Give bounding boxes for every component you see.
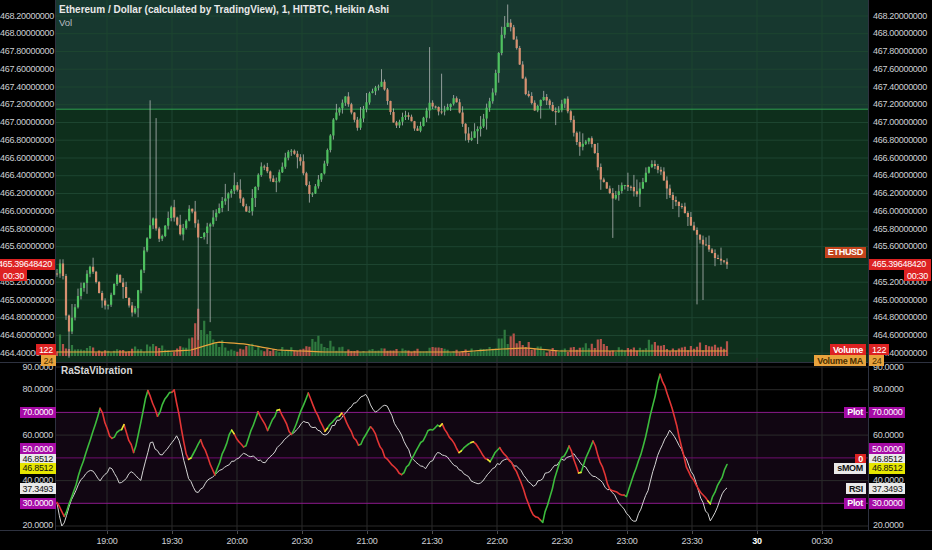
time-tick	[757, 531, 758, 534]
time-label: 22:30	[542, 536, 582, 547]
time-tick	[172, 531, 173, 534]
main-chart-canvas[interactable]	[56, 0, 868, 362]
price-label-left: 467.20000000	[0, 99, 53, 110]
volume-ma-value-badge-right: 24	[869, 355, 884, 366]
time-label: 21:30	[412, 536, 452, 547]
time-label: 00:30	[802, 536, 842, 547]
countdown-badge-right: 00:30	[904, 270, 931, 281]
price-label-left: 467.40000000	[0, 82, 53, 93]
time-label: 21:00	[347, 536, 387, 547]
countdown-badge-left: 00:30	[0, 270, 27, 281]
time-label: 23:00	[607, 536, 647, 547]
price-label-left: 465.80000000	[0, 224, 53, 235]
price-label-left: 467.60000000	[0, 64, 53, 75]
panel-separator	[0, 362, 932, 363]
price-label-right: 465.00000000	[873, 295, 931, 306]
indicator-value-badge-right-rsi: 37.3493	[869, 483, 905, 494]
indicator-label-left: 20.0000	[0, 520, 53, 531]
volume-value-badge-right: 122	[869, 344, 889, 355]
price-label-left: 465.60000000	[0, 241, 53, 252]
indicator-label-right: 20.0000	[873, 520, 931, 531]
indicator-tag-plot: Plot	[844, 407, 866, 418]
price-label-left: 466.60000000	[0, 153, 53, 164]
price-label-right: 467.60000000	[873, 64, 931, 75]
price-label-right: 465.80000000	[873, 224, 931, 235]
price-label-right: 467.00000000	[873, 117, 931, 128]
time-label: 20:30	[282, 536, 322, 547]
time-tick	[822, 531, 823, 534]
last-price-badge-right: 465.39648420	[869, 259, 931, 270]
time-tick	[237, 531, 238, 534]
price-label-right: 466.00000000	[873, 206, 931, 217]
price-label-right: 465.60000000	[873, 241, 931, 252]
time-tick	[627, 531, 628, 534]
price-label-left: 468.20000000	[0, 11, 53, 22]
price-label-right: 467.40000000	[873, 82, 931, 93]
tradingview-chart-window: Ethereum / Dollar (calculated by Trading…	[0, 0, 932, 550]
symbol-name-tag: ETHUSD	[825, 247, 866, 258]
indicator-value-badge-right-plot: 30.0000	[869, 498, 905, 509]
time-label: 19:00	[87, 536, 127, 547]
volume-ma-value-badge-left: 24	[41, 355, 56, 366]
price-label-right: 464.60000000	[873, 330, 931, 341]
price-label-left: 466.80000000	[0, 135, 53, 146]
indicator-canvas[interactable]	[56, 358, 868, 530]
time-tick	[562, 531, 563, 534]
time-axis-separator	[0, 530, 932, 531]
time-label: 30	[737, 536, 777, 547]
price-label-left: 464.60000000	[0, 330, 53, 341]
price-label-left: 466.20000000	[0, 188, 53, 199]
indicator-label-right: 80.0000	[873, 384, 931, 395]
price-label-left: 465.00000000	[0, 295, 53, 306]
time-tick	[107, 531, 108, 534]
time-label: 23:30	[672, 536, 712, 547]
price-label-left: 467.00000000	[0, 117, 53, 128]
price-label-right: 466.60000000	[873, 153, 931, 164]
indicator-value-badge-left-smom: 46.8512	[20, 463, 56, 474]
indicator-tag-plot: Plot	[844, 498, 866, 509]
price-label-right: 467.80000000	[873, 46, 931, 57]
indicator-label-left: 60.0000	[0, 430, 53, 441]
indicator-label-left: 80.0000	[0, 384, 53, 395]
price-label-right: 466.40000000	[873, 170, 931, 181]
volume-name-tag: Volume	[830, 344, 866, 355]
indicator-value-badge-right-plot: 70.0000	[869, 407, 905, 418]
time-tick	[692, 531, 693, 534]
symbol-legend[interactable]: Ethereum / Dollar (calculated by Trading…	[59, 4, 389, 16]
time-axis[interactable]	[0, 531, 932, 550]
time-tick	[432, 531, 433, 534]
volume-legend[interactable]: Vol	[59, 17, 72, 29]
price-label-right: 468.00000000	[873, 28, 931, 39]
price-label-left: 464.80000000	[0, 312, 53, 323]
price-label-left: 468.00000000	[0, 28, 53, 39]
last-price-badge-left: 465.39648420	[0, 259, 55, 270]
indicator-label-right: 60.0000	[873, 430, 931, 441]
price-label-right: 468.20000000	[873, 11, 931, 22]
volume-value-badge-left: 122	[36, 344, 56, 355]
time-label: 20:00	[217, 536, 257, 547]
price-label-right: 464.80000000	[873, 312, 931, 323]
indicator-legend[interactable]: RaStaVibration	[61, 365, 133, 377]
volume-ma-name-tag: Volume MA	[814, 355, 866, 366]
price-label-left: 467.80000000	[0, 46, 53, 57]
price-label-right: 466.20000000	[873, 188, 931, 199]
indicator-tag-smom: sMOM	[834, 463, 866, 474]
indicator-tag-rsi: RSI	[846, 483, 866, 494]
time-label: 22:00	[477, 536, 517, 547]
time-label: 19:30	[152, 536, 192, 547]
time-tick	[367, 531, 368, 534]
price-label-left: 466.00000000	[0, 206, 53, 217]
indicator-value-badge-left-plot: 30.0000	[20, 498, 56, 509]
price-label-left: 466.40000000	[0, 170, 53, 181]
time-tick	[302, 531, 303, 534]
indicator-value-badge-left-rsi: 37.3493	[20, 483, 56, 494]
indicator-value-badge-left-plot: 70.0000	[20, 407, 56, 418]
price-label-right: 467.20000000	[873, 99, 931, 110]
time-tick	[497, 531, 498, 534]
indicator-value-badge-right-smom: 46.8512	[869, 463, 905, 474]
price-label-right: 466.80000000	[873, 135, 931, 146]
